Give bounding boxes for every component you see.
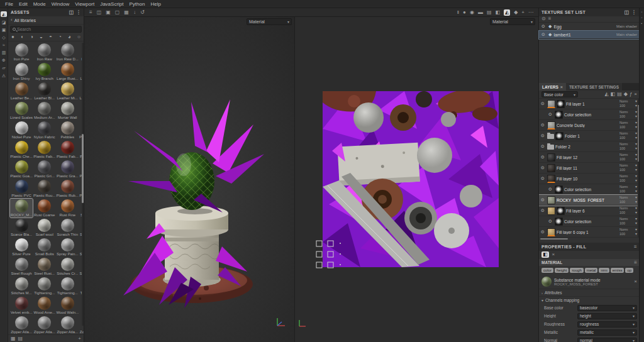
- layer-row[interactable]: ⊙Color selectionNorm▾100▾: [539, 216, 640, 227]
- layer-row[interactable]: ⊙Color selectionNorm▾100▾: [539, 184, 640, 195]
- layer-row[interactable]: ⊙Fill layer 11Norm▾100▾: [539, 163, 640, 174]
- blend-mode-dropdown[interactable]: Norm▾: [619, 99, 638, 104]
- filter-materials-icon[interactable]: ◐: [21, 35, 24, 40]
- layout-3d2d-view-icon[interactable]: ◫: [97, 10, 102, 15]
- channel-chip-height[interactable]: height: [555, 268, 569, 273]
- asset-item[interactable]: Tightening...: [56, 277, 79, 295]
- asset-item[interactable]: Plastic Fab...: [33, 140, 55, 159]
- add-fill-layer-icon[interactable]: ◧: [611, 92, 616, 97]
- opacity-field[interactable]: 100▾: [619, 146, 638, 151]
- blend-mode-dropdown[interactable]: Norm▾: [619, 163, 638, 168]
- viewport-2d[interactable]: Material ▾: [294, 17, 538, 342]
- blend-mode-dropdown[interactable]: Norm▾: [619, 217, 638, 221]
- filter-filters-icon[interactable]: ◓: [49, 35, 52, 40]
- menu-file[interactable]: File: [5, 1, 13, 7]
- layer-visibility-icon[interactable]: ⊙: [541, 133, 546, 138]
- smudge-tool-icon[interactable]: ≈: [3, 43, 5, 47]
- layer-blend-opacity[interactable]: Norm▾100▾: [619, 99, 638, 108]
- tab-texture-set-settings[interactable]: TEXTURE SET SETTINGS: [566, 83, 622, 91]
- filter-smart-masks-icon[interactable]: ◒: [40, 35, 43, 40]
- filter-smart-materials-icon[interactable]: ◑: [30, 35, 33, 40]
- remove-material-icon[interactable]: ×: [634, 279, 637, 284]
- visibility-icon[interactable]: ⊙: [541, 24, 547, 29]
- texture-set-row[interactable]: ⊙◆lambert1Main shader: [539, 31, 640, 39]
- opacity-field[interactable]: 100▾: [619, 211, 638, 215]
- layer-row[interactable]: ⊙Color selectionNorm▾100▾: [539, 109, 640, 120]
- visibility-icon[interactable]: ⊙: [541, 32, 547, 37]
- asset-item[interactable]: Steel Rust...: [33, 257, 55, 276]
- gizmo-tool-icon[interactable]: ◬: [2, 73, 5, 77]
- channel-chip-op[interactable]: op: [625, 268, 633, 273]
- attributes-section-toggle[interactable]: › Attributes: [539, 289, 640, 296]
- opacity-field[interactable]: 100▾: [619, 189, 638, 194]
- asset-item[interactable]: Small Bolts: [33, 238, 55, 256]
- layer-blend-opacity[interactable]: Norm▾100▾: [619, 110, 638, 119]
- back-icon[interactable]: ‹: [11, 18, 13, 23]
- asset-item[interactable]: Spray Pain...: [56, 238, 79, 256]
- 3d-scene-canvas[interactable]: [99, 88, 282, 327]
- channel-filter-dropdown[interactable]: Base color ▾: [541, 91, 578, 97]
- layout-2d-view-icon[interactable]: ▢: [115, 10, 120, 15]
- mapping-dropdown[interactable]: normal▾: [577, 338, 637, 342]
- layer-row[interactable]: ⊙Fill layer 10Norm▾100▾: [539, 174, 640, 184]
- grid-view-icon[interactable]: ▦: [11, 336, 16, 341]
- asset-item[interactable]: Iron Raw: [33, 43, 55, 62]
- add-icon[interactable]: +: [521, 10, 525, 15]
- asset-item[interactable]: Scarf wool: [33, 218, 55, 237]
- layer-blend-opacity[interactable]: Norm▾100▾: [619, 206, 638, 215]
- menu-edit[interactable]: Edit: [19, 1, 28, 7]
- import-icon[interactable]: ↓: [133, 10, 136, 15]
- blend-mode-dropdown[interactable]: Norm▾: [619, 110, 638, 114]
- filter-alphas-icon[interactable]: ◕: [68, 35, 71, 40]
- asset-item[interactable]: Leather Bl...: [33, 82, 55, 101]
- asset-item[interactable]: Iron Shiny: [10, 62, 33, 81]
- layer-blend-opacity[interactable]: Norm▾100▾: [619, 185, 638, 194]
- delete-layer-icon[interactable]: ×: [634, 92, 637, 97]
- layer-blend-opacity[interactable]: Norm▾100▾: [619, 217, 638, 226]
- fill-properties-icon[interactable]: ◧: [541, 251, 549, 258]
- asset-item[interactable]: Silver Pure: [10, 238, 33, 256]
- dock-panel-toggle-3-icon[interactable]: ▪: [641, 22, 643, 25]
- close-icon[interactable]: ×: [560, 85, 563, 89]
- channel-chip-metal[interactable]: metal: [585, 268, 598, 273]
- asset-item[interactable]: Wood Waln...: [56, 296, 79, 315]
- layer-row[interactable]: ⊙Fill layer 1Norm▾100▾: [539, 99, 640, 109]
- uv-selection-handles[interactable]: [315, 240, 355, 275]
- asset-item[interactable]: Leather Be...: [10, 82, 33, 101]
- quick-mask-tool-icon[interactable]: ▱: [2, 65, 5, 70]
- channel-chip-rough[interactable]: rough: [570, 268, 583, 273]
- opacity-field[interactable]: 100▾: [619, 136, 638, 140]
- menu-javascript[interactable]: JavaScript: [100, 1, 123, 7]
- history-icon[interactable]: ↺: [140, 10, 145, 15]
- filter-textures-icon[interactable]: ○: [77, 35, 80, 40]
- menu-help[interactable]: Help: [150, 1, 160, 7]
- layout-3d-view-icon[interactable]: ▣: [106, 10, 111, 15]
- viewport-menu-icon[interactable]: ≡: [89, 10, 92, 15]
- assets-menu-icon[interactable]: ⋮: [76, 10, 81, 15]
- opacity-field[interactable]: 100▾: [619, 125, 638, 130]
- add-asset-button[interactable]: +: [78, 336, 81, 341]
- layer-blend-opacity[interactable]: Norm▾100▾: [619, 142, 638, 151]
- edit-layer-icon[interactable]: ◭: [604, 92, 608, 97]
- layout-grid-view-icon[interactable]: ▦: [124, 10, 129, 15]
- dock-panel-toggle-2-icon[interactable]: ▫: [641, 16, 643, 19]
- asset-item[interactable]: Scarce Bla...: [10, 218, 33, 237]
- shader-settings-icon[interactable]: ▤: [487, 10, 492, 15]
- layer-visibility-icon[interactable]: ⊙: [548, 112, 553, 117]
- clear-properties-icon[interactable]: ×: [552, 252, 555, 257]
- asset-item[interactable]: Stitches Cr...: [56, 257, 79, 276]
- asset-item[interactable]: Rust Coarse: [33, 199, 55, 218]
- menu-python[interactable]: Python: [130, 1, 145, 7]
- fill-mode-icon[interactable]: ◧: [495, 10, 500, 15]
- mapping-dropdown[interactable]: roughness▾: [577, 321, 637, 328]
- opacity-field[interactable]: 100▾: [619, 200, 638, 204]
- layer-blend-opacity[interactable]: Norm▾100▾: [619, 196, 638, 204]
- blend-mode-dropdown[interactable]: Norm▾: [619, 174, 638, 179]
- material-picker-tool-icon[interactable]: ⊕: [2, 58, 6, 62]
- blend-mode-dropdown[interactable]: Norm▾: [619, 185, 638, 189]
- layer-blend-opacity[interactable]: Norm▾100▾: [619, 131, 638, 140]
- asset-item[interactable]: Medium Ar...: [33, 101, 55, 120]
- asset-item[interactable]: Steel Rough: [10, 257, 33, 276]
- menu-viewport[interactable]: Viewport: [75, 1, 94, 7]
- material-dropdown-3d[interactable]: Material ▾: [247, 18, 292, 25]
